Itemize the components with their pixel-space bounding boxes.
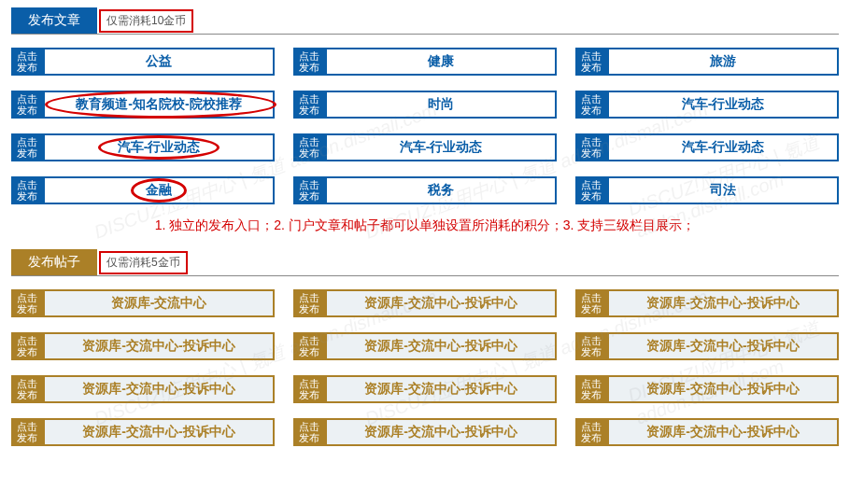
- publish-button[interactable]: 点击发布: [11, 48, 43, 76]
- forum-box[interactable]: 资源库-交流中心-投诉中心: [607, 375, 839, 403]
- forum-box[interactable]: 资源库-交流中心-投诉中心: [325, 332, 557, 360]
- post-item: 点击发布资源库-交流中心-投诉中心: [575, 375, 839, 403]
- post-item: 点击发布资源库-交流中心-投诉中心: [575, 289, 839, 317]
- category-box[interactable]: 健康: [325, 48, 557, 76]
- post-item: 点击发布资源库-交流中心-投诉中心: [11, 332, 275, 360]
- publish-button[interactable]: 点击发布: [575, 375, 607, 403]
- article-item: 点击发布汽车-行业动态: [575, 91, 839, 119]
- forum-box[interactable]: 资源库-交流中心-投诉中心: [325, 418, 557, 446]
- post-item: 点击发布资源库-交流中心-投诉中心: [293, 375, 557, 403]
- publish-button[interactable]: 点击发布: [293, 418, 325, 446]
- article-tab[interactable]: 发布文章: [11, 7, 97, 34]
- forum-box[interactable]: 资源库-交流中心-投诉中心: [43, 375, 275, 403]
- article-item: 点击发布汽车-行业动态: [293, 133, 557, 161]
- article-item: 点击发布旅游: [575, 48, 839, 76]
- article-item: 点击发布时尚: [293, 91, 557, 119]
- publish-button[interactable]: 点击发布: [293, 289, 325, 317]
- publish-button[interactable]: 点击发布: [293, 91, 325, 119]
- publish-button[interactable]: 点击发布: [575, 133, 607, 161]
- forum-box[interactable]: 资源库-交流中心-投诉中心: [607, 418, 839, 446]
- article-grid: 点击发布公益点击发布健康点击发布旅游点击发布教育频道-知名院校-院校推荐点击发布…: [11, 48, 839, 204]
- publish-button[interactable]: 点击发布: [293, 48, 325, 76]
- forum-box[interactable]: 资源库-交流中心-投诉中心: [607, 332, 839, 360]
- post-section-header: 发布帖子 仅需消耗5金币: [11, 249, 839, 276]
- publish-button[interactable]: 点击发布: [575, 332, 607, 360]
- post-item: 点击发布资源库-交流中心-投诉中心: [293, 418, 557, 446]
- article-item: 点击发布健康: [293, 48, 557, 76]
- forum-box[interactable]: 资源库-交流中心-投诉中心: [43, 418, 275, 446]
- category-box[interactable]: 汽车-行业动态: [607, 91, 839, 119]
- publish-button[interactable]: 点击发布: [575, 48, 607, 76]
- forum-box[interactable]: 资源库-交流中心-投诉中心: [43, 332, 275, 360]
- forum-box[interactable]: 资源库-交流中心-投诉中心: [607, 289, 839, 317]
- category-box[interactable]: 时尚: [325, 91, 557, 119]
- post-tab[interactable]: 发布帖子: [11, 249, 97, 275]
- category-box[interactable]: 税务: [325, 176, 557, 204]
- post-item: 点击发布资源库-交流中心-投诉中心: [11, 375, 275, 403]
- post-item: 点击发布资源库-交流中心-投诉中心: [293, 289, 557, 317]
- publish-button[interactable]: 点击发布: [11, 375, 43, 403]
- article-section-header: 发布文章 仅需消耗10金币: [11, 7, 839, 35]
- article-item: 点击发布公益: [11, 48, 275, 76]
- publish-button[interactable]: 点击发布: [293, 133, 325, 161]
- feature-note: 1. 独立的发布入口；2. 门户文章和帖子都可以单独设置所消耗的积分；3. 支持…: [11, 217, 839, 234]
- article-item: 点击发布税务: [293, 176, 557, 204]
- post-cost-box: 仅需消耗5金币: [99, 251, 188, 274]
- article-item: 点击发布汽车-行业动态: [575, 133, 839, 161]
- article-cost-box: 仅需消耗10金币: [99, 9, 193, 33]
- article-item: 点击发布汽车-行业动态: [11, 133, 275, 161]
- publish-button[interactable]: 点击发布: [575, 91, 607, 119]
- category-box[interactable]: 金融: [43, 176, 275, 204]
- publish-button[interactable]: 点击发布: [11, 418, 43, 446]
- publish-button[interactable]: 点击发布: [11, 91, 43, 119]
- forum-box[interactable]: 资源库-交流中心-投诉中心: [325, 289, 557, 317]
- article-item: 点击发布金融: [11, 176, 275, 204]
- article-item: 点击发布司法: [575, 176, 839, 204]
- publish-button[interactable]: 点击发布: [11, 289, 43, 317]
- category-box[interactable]: 司法: [607, 176, 839, 204]
- category-box[interactable]: 汽车-行业动态: [607, 133, 839, 161]
- category-box[interactable]: 汽车-行业动态: [325, 133, 557, 161]
- article-item: 点击发布教育频道-知名院校-院校推荐: [11, 91, 275, 119]
- publish-button[interactable]: 点击发布: [11, 133, 43, 161]
- publish-button[interactable]: 点击发布: [293, 332, 325, 360]
- post-item: 点击发布资源库-交流中心-投诉中心: [575, 418, 839, 446]
- post-item: 点击发布资源库-交流中心-投诉中心: [11, 418, 275, 446]
- category-box[interactable]: 公益: [43, 48, 275, 76]
- forum-box[interactable]: 资源库-交流中心-投诉中心: [325, 375, 557, 403]
- post-item: 点击发布资源库-交流中心-投诉中心: [575, 332, 839, 360]
- post-grid: 点击发布资源库-交流中心点击发布资源库-交流中心-投诉中心点击发布资源库-交流中…: [11, 289, 839, 446]
- publish-button[interactable]: 点击发布: [575, 418, 607, 446]
- publish-button[interactable]: 点击发布: [575, 176, 607, 204]
- publish-button[interactable]: 点击发布: [575, 289, 607, 317]
- category-box[interactable]: 旅游: [607, 48, 839, 76]
- post-item: 点击发布资源库-交流中心: [11, 289, 275, 317]
- publish-button[interactable]: 点击发布: [11, 332, 43, 360]
- forum-box[interactable]: 资源库-交流中心: [43, 289, 275, 317]
- post-item: 点击发布资源库-交流中心-投诉中心: [293, 332, 557, 360]
- publish-button[interactable]: 点击发布: [293, 375, 325, 403]
- publish-button[interactable]: 点击发布: [293, 176, 325, 204]
- category-box[interactable]: 汽车-行业动态: [43, 133, 275, 161]
- publish-button[interactable]: 点击发布: [11, 176, 43, 204]
- category-box[interactable]: 教育频道-知名院校-院校推荐: [43, 91, 275, 119]
